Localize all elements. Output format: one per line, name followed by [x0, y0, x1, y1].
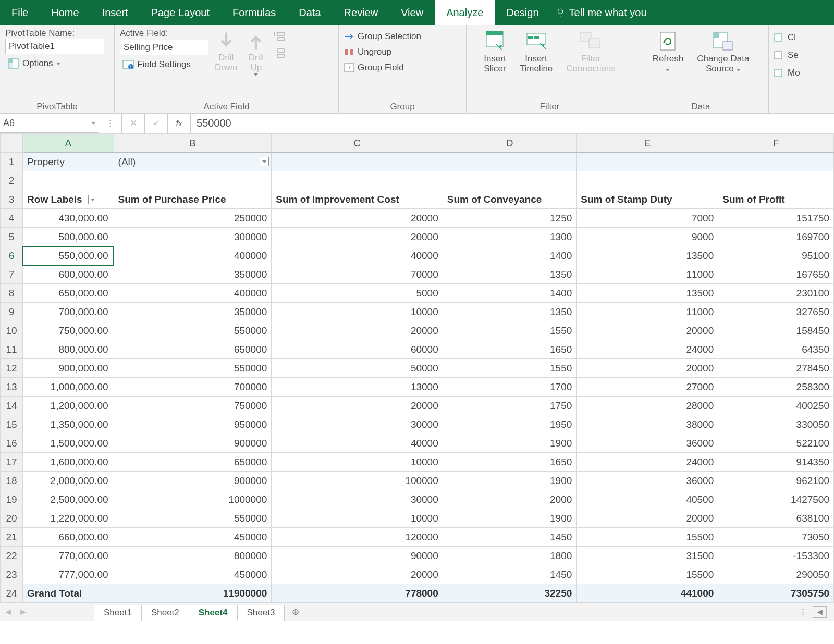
cell-E9[interactable]: 11000: [577, 303, 718, 321]
row-header-2[interactable]: 2: [1, 171, 23, 190]
rowlabels-dropdown-icon[interactable]: [88, 195, 97, 204]
cell-C17[interactable]: 10000: [272, 453, 443, 472]
cell-E21[interactable]: 15500: [577, 528, 718, 547]
cell-F20[interactable]: 638100: [718, 509, 834, 528]
tab-data[interactable]: Data: [287, 0, 332, 25]
pivot-header-3[interactable]: Sum of Conveyance: [443, 190, 577, 209]
cell-D24[interactable]: 32250: [443, 584, 577, 603]
cell-F24[interactable]: 7305750: [718, 584, 834, 603]
cell-D5[interactable]: 1300: [443, 228, 577, 246]
select-button[interactable]: Se: [774, 49, 829, 61]
cell-E11[interactable]: 24000: [577, 340, 718, 359]
pivot-header-2[interactable]: Sum of Improvement Cost: [272, 190, 443, 209]
cell-E8[interactable]: 13500: [577, 284, 718, 303]
cell-F16[interactable]: 522100: [718, 434, 834, 453]
row-header-1[interactable]: 1: [1, 153, 23, 171]
move-button[interactable]: Mo: [774, 67, 829, 79]
cell-D12[interactable]: 1550: [443, 359, 577, 378]
row-header-10[interactable]: 10: [1, 321, 23, 340]
group-field-button[interactable]: 7 Group Field: [344, 61, 461, 74]
hscroll-left[interactable]: ◄: [813, 606, 827, 618]
cell-D7[interactable]: 1350: [443, 265, 577, 284]
cell-E19[interactable]: 40500: [577, 490, 718, 509]
cell-C20[interactable]: 10000: [272, 509, 443, 528]
cell-B20[interactable]: 550000: [114, 509, 272, 528]
row-header-11[interactable]: 11: [1, 340, 23, 359]
sheet-tab-Sheet3[interactable]: Sheet3: [238, 605, 285, 621]
cell-F19[interactable]: 1427500: [718, 490, 834, 509]
cell-A1[interactable]: Property: [23, 153, 114, 171]
cell-D6[interactable]: 1400: [443, 246, 577, 265]
row-header-12[interactable]: 12: [1, 359, 23, 378]
row-header-13[interactable]: 13: [1, 378, 23, 397]
cell-A18[interactable]: 2,000,000.00: [23, 472, 114, 490]
cell-E6[interactable]: 13500: [577, 246, 718, 265]
cell-C24[interactable]: 778000: [272, 584, 443, 603]
cell-B23[interactable]: 450000: [114, 565, 272, 584]
cell-E5[interactable]: 9000: [577, 228, 718, 246]
cell-F14[interactable]: 400250: [718, 397, 834, 415]
column-header-C[interactable]: C: [272, 134, 443, 153]
cell-F7[interactable]: 167650: [718, 265, 834, 284]
cell-E15[interactable]: 38000: [577, 415, 718, 434]
cell-C1[interactable]: [272, 153, 443, 171]
cell-A5[interactable]: 500,000.00: [23, 228, 114, 246]
cell-C10[interactable]: 20000: [272, 321, 443, 340]
cell-F6[interactable]: 95100: [718, 246, 834, 265]
cell-B8[interactable]: 400000: [114, 284, 272, 303]
cell-D13[interactable]: 1700: [443, 378, 577, 397]
cell-F22[interactable]: -153300: [718, 547, 834, 565]
drill-down-button[interactable]: Drill Down: [212, 28, 240, 75]
pivot-header-0[interactable]: Row Labels: [23, 190, 114, 209]
tab-review[interactable]: Review: [333, 0, 390, 25]
cell-A4[interactable]: 430,000.00: [23, 209, 114, 228]
sheet-nav-next[interactable]: ►: [19, 607, 28, 617]
cell-C2[interactable]: [272, 171, 443, 190]
ungroup-button[interactable]: Ungroup: [344, 46, 461, 58]
column-header-B[interactable]: B: [114, 134, 272, 153]
cell-F11[interactable]: 64350: [718, 340, 834, 359]
cell-D2[interactable]: [443, 171, 577, 190]
cell-C16[interactable]: 40000: [272, 434, 443, 453]
pivot-options-button[interactable]: Options: [5, 56, 109, 71]
cell-C7[interactable]: 70000: [272, 265, 443, 284]
pivot-header-5[interactable]: Sum of Profit: [718, 190, 834, 209]
row-header-8[interactable]: 8: [1, 284, 23, 303]
row-header-24[interactable]: 24: [1, 584, 23, 603]
pivot-header-4[interactable]: Sum of Stamp Duty: [577, 190, 718, 209]
cell-D23[interactable]: 1450: [443, 565, 577, 584]
cell-E2[interactable]: [577, 171, 718, 190]
cell-B14[interactable]: 750000: [114, 397, 272, 415]
cell-B17[interactable]: 650000: [114, 453, 272, 472]
column-header-E[interactable]: E: [577, 134, 718, 153]
tab-insert[interactable]: Insert: [91, 0, 140, 25]
insert-timeline-button[interactable]: Insert Timeline: [517, 28, 556, 76]
cell-C12[interactable]: 50000: [272, 359, 443, 378]
cell-C13[interactable]: 13000: [272, 378, 443, 397]
filter-connections-button[interactable]: Filter Connections: [563, 28, 619, 76]
pivot-header-1[interactable]: Sum of Purchase Price: [114, 190, 272, 209]
cell-D11[interactable]: 1650: [443, 340, 577, 359]
insert-slicer-button[interactable]: Insert Slicer: [481, 28, 509, 76]
cell-E17[interactable]: 24000: [577, 453, 718, 472]
cell-D19[interactable]: 2000: [443, 490, 577, 509]
cell-F10[interactable]: 158450: [718, 321, 834, 340]
cell-B9[interactable]: 350000: [114, 303, 272, 321]
sheet-tab-Sheet1[interactable]: Sheet1: [94, 605, 142, 621]
row-header-9[interactable]: 9: [1, 303, 23, 321]
cell-A13[interactable]: 1,000,000.00: [23, 378, 114, 397]
row-header-20[interactable]: 20: [1, 509, 23, 528]
cell-E18[interactable]: 36000: [577, 472, 718, 490]
column-header-A[interactable]: A: [23, 134, 114, 153]
cell-F15[interactable]: 330050: [718, 415, 834, 434]
cell-A12[interactable]: 900,000.00: [23, 359, 114, 378]
cell-C18[interactable]: 100000: [272, 472, 443, 490]
cell-E22[interactable]: 31500: [577, 547, 718, 565]
cell-B21[interactable]: 450000: [114, 528, 272, 547]
cell-D9[interactable]: 1350: [443, 303, 577, 321]
row-header-5[interactable]: 5: [1, 228, 23, 246]
group-selection-button[interactable]: Group Selection: [344, 30, 461, 43]
row-header-18[interactable]: 18: [1, 472, 23, 490]
sheet-tab-Sheet2[interactable]: Sheet2: [142, 605, 189, 621]
cell-C11[interactable]: 60000: [272, 340, 443, 359]
